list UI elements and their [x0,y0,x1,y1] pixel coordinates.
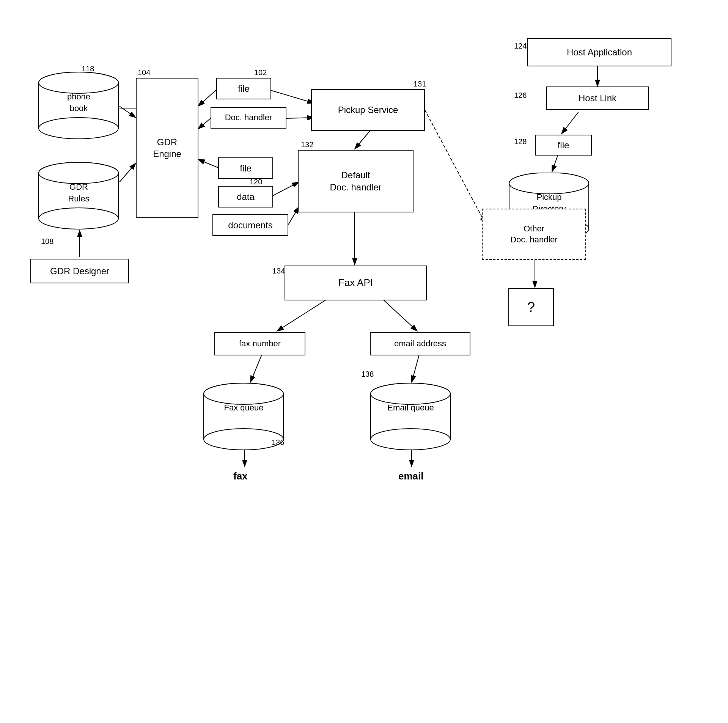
svg-line-9 [286,118,314,118]
email-queue-cylinder: Email queue [370,383,451,453]
host-application-box: Host Application [527,38,671,66]
phone-book-cylinder: phonebook [38,72,119,142]
svg-line-19 [277,300,326,331]
host-link-label: Host Link [579,92,616,104]
svg-line-8 [269,90,314,103]
svg-point-44 [371,429,450,450]
question-mark-label: ? [527,299,535,316]
file-top-label: file [558,139,569,151]
data-box: data [218,186,273,207]
email-address-label: email address [394,338,446,349]
svg-line-16 [271,182,299,196]
gdr-engine-label: GDREngine [153,136,181,160]
svg-point-32 [39,118,118,139]
file-handler-label: file [238,83,250,94]
ref-138: 138 [361,370,374,379]
fax-api-label: Fax API [338,277,373,289]
svg-point-37 [39,162,118,184]
default-doc-handler-box: DefaultDoc. handler [298,150,414,212]
ref-104: 104 [138,68,150,77]
other-doc-handler-box: OtherDoc. handler [482,209,586,260]
svg-line-10 [198,90,216,106]
doc-handler-label: Doc. handler [225,112,272,123]
file-small-label: file [240,162,252,174]
doc-handler-box: Doc. handler [211,107,286,129]
email-queue-label: Email queue [387,403,434,412]
ref-128: 128 [514,137,527,146]
email-address-box: email address [370,332,470,355]
ref-118: 118 [82,64,94,73]
pickup-service-label: Pickup Service [338,104,398,116]
svg-line-15 [198,159,218,168]
fax-final-label: fax [233,470,248,482]
data-label: data [237,191,255,203]
svg-line-22 [412,355,419,382]
documents-box: documents [212,214,288,236]
file-small-box: file [218,157,273,179]
svg-line-6 [425,110,486,224]
svg-line-21 [250,355,262,382]
gdr-designer-label: GDR Designer [50,265,109,277]
svg-line-20 [383,300,417,331]
fax-number-box: fax number [214,332,305,355]
gdr-rules-cylinder: GDRRules [38,162,119,233]
gdr-rules-label: GDRRules [68,182,89,203]
svg-point-45 [371,383,450,404]
documents-label: documents [228,219,272,231]
ref-124: 124 [514,42,527,50]
svg-line-17 [288,207,299,225]
question-mark-box: ? [508,288,554,326]
svg-point-41 [204,383,283,404]
svg-line-3 [561,112,579,134]
fax-queue-label: Fax queue [224,403,264,412]
email-final-label: email [398,470,424,482]
ref-102: 102 [254,68,267,77]
ref-108: 108 [41,237,53,246]
file-top-box: file [535,135,592,156]
svg-line-5 [355,131,370,149]
host-link-box: Host Link [546,86,649,110]
other-doc-handler-label: OtherDoc. handler [510,223,558,245]
phone-book-label: phonebook [67,92,90,113]
gdr-designer-box: GDR Designer [30,259,129,283]
ref-126: 126 [514,91,527,100]
default-doc-handler-label: DefaultDoc. handler [330,169,381,193]
ref-120: 120 [250,178,262,186]
svg-line-12 [119,106,136,118]
fax-number-label: fax number [239,338,281,349]
ref-131: 131 [414,80,426,88]
fax-api-box: Fax API [285,266,427,300]
svg-line-13 [119,163,136,182]
svg-point-36 [39,208,118,229]
diagram: Host Application 124 Host Link 126 file … [0,0,728,723]
gdr-engine-box: GDREngine [136,78,198,218]
svg-point-29 [509,173,589,194]
ref-132: 132 [301,140,313,149]
ref-136: 136 [272,438,284,447]
svg-line-4 [552,156,558,172]
host-application-label: Host Application [567,46,632,58]
svg-point-33 [39,72,118,93]
file-handler-box: file [216,78,271,99]
pickup-service-box: Pickup Service [311,89,425,131]
ref-134: 134 [272,267,285,275]
svg-line-11 [198,118,211,129]
